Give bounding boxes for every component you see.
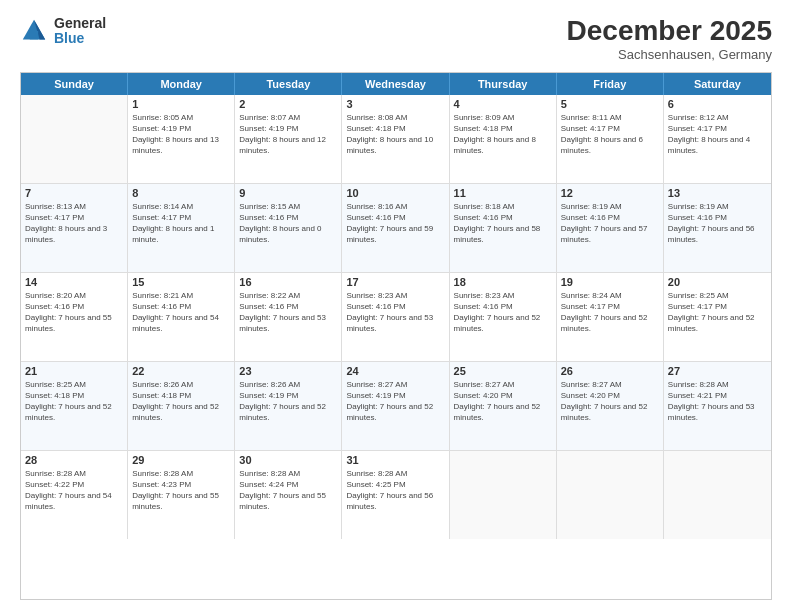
calendar-day-7: 7Sunrise: 8:13 AMSunset: 4:17 PMDaylight… xyxy=(21,184,128,272)
day-number-13: 13 xyxy=(668,187,767,199)
day-number-21: 21 xyxy=(25,365,123,377)
calendar-day-21: 21Sunrise: 8:25 AMSunset: 4:18 PMDayligh… xyxy=(21,362,128,450)
day-number-15: 15 xyxy=(132,276,230,288)
day-info-6: Sunrise: 8:12 AMSunset: 4:17 PMDaylight:… xyxy=(668,112,767,157)
day-number-26: 26 xyxy=(561,365,659,377)
calendar-week-3: 14Sunrise: 8:20 AMSunset: 4:16 PMDayligh… xyxy=(21,272,771,361)
calendar-day-14: 14Sunrise: 8:20 AMSunset: 4:16 PMDayligh… xyxy=(21,273,128,361)
day-number-4: 4 xyxy=(454,98,552,110)
month-title: December 2025 xyxy=(567,16,772,47)
calendar-day-29: 29Sunrise: 8:28 AMSunset: 4:23 PMDayligh… xyxy=(128,451,235,539)
calendar-day-9: 9Sunrise: 8:15 AMSunset: 4:16 PMDaylight… xyxy=(235,184,342,272)
day-info-26: Sunrise: 8:27 AMSunset: 4:20 PMDaylight:… xyxy=(561,379,659,424)
calendar-day-11: 11Sunrise: 8:18 AMSunset: 4:16 PMDayligh… xyxy=(450,184,557,272)
header: General Blue December 2025 Sachsenhausen… xyxy=(20,16,772,62)
calendar-day-16: 16Sunrise: 8:22 AMSunset: 4:16 PMDayligh… xyxy=(235,273,342,361)
calendar-day-23: 23Sunrise: 8:26 AMSunset: 4:19 PMDayligh… xyxy=(235,362,342,450)
day-number-11: 11 xyxy=(454,187,552,199)
day-info-18: Sunrise: 8:23 AMSunset: 4:16 PMDaylight:… xyxy=(454,290,552,335)
day-info-9: Sunrise: 8:15 AMSunset: 4:16 PMDaylight:… xyxy=(239,201,337,246)
calendar-day-28: 28Sunrise: 8:28 AMSunset: 4:22 PMDayligh… xyxy=(21,451,128,539)
day-info-25: Sunrise: 8:27 AMSunset: 4:20 PMDaylight:… xyxy=(454,379,552,424)
day-info-10: Sunrise: 8:16 AMSunset: 4:16 PMDaylight:… xyxy=(346,201,444,246)
weekday-header-wednesday: Wednesday xyxy=(342,73,449,95)
day-number-29: 29 xyxy=(132,454,230,466)
day-number-20: 20 xyxy=(668,276,767,288)
day-info-7: Sunrise: 8:13 AMSunset: 4:17 PMDaylight:… xyxy=(25,201,123,246)
day-info-31: Sunrise: 8:28 AMSunset: 4:25 PMDaylight:… xyxy=(346,468,444,513)
day-number-1: 1 xyxy=(132,98,230,110)
logo-blue-label: Blue xyxy=(54,31,106,46)
day-number-6: 6 xyxy=(668,98,767,110)
day-number-8: 8 xyxy=(132,187,230,199)
calendar-day-empty xyxy=(557,451,664,539)
logo-text: General Blue xyxy=(54,16,106,47)
day-number-9: 9 xyxy=(239,187,337,199)
calendar-day-22: 22Sunrise: 8:26 AMSunset: 4:18 PMDayligh… xyxy=(128,362,235,450)
day-info-15: Sunrise: 8:21 AMSunset: 4:16 PMDaylight:… xyxy=(132,290,230,335)
logo-general-label: General xyxy=(54,16,106,31)
calendar-day-15: 15Sunrise: 8:21 AMSunset: 4:16 PMDayligh… xyxy=(128,273,235,361)
calendar-day-empty xyxy=(21,95,128,183)
day-info-1: Sunrise: 8:05 AMSunset: 4:19 PMDaylight:… xyxy=(132,112,230,157)
calendar-day-25: 25Sunrise: 8:27 AMSunset: 4:20 PMDayligh… xyxy=(450,362,557,450)
day-info-14: Sunrise: 8:20 AMSunset: 4:16 PMDaylight:… xyxy=(25,290,123,335)
day-info-28: Sunrise: 8:28 AMSunset: 4:22 PMDaylight:… xyxy=(25,468,123,513)
calendar: SundayMondayTuesdayWednesdayThursdayFrid… xyxy=(20,72,772,600)
day-number-23: 23 xyxy=(239,365,337,377)
day-number-31: 31 xyxy=(346,454,444,466)
day-info-19: Sunrise: 8:24 AMSunset: 4:17 PMDaylight:… xyxy=(561,290,659,335)
day-info-23: Sunrise: 8:26 AMSunset: 4:19 PMDaylight:… xyxy=(239,379,337,424)
day-number-7: 7 xyxy=(25,187,123,199)
weekday-header-friday: Friday xyxy=(557,73,664,95)
calendar-day-12: 12Sunrise: 8:19 AMSunset: 4:16 PMDayligh… xyxy=(557,184,664,272)
day-number-18: 18 xyxy=(454,276,552,288)
weekday-header-tuesday: Tuesday xyxy=(235,73,342,95)
calendar-day-10: 10Sunrise: 8:16 AMSunset: 4:16 PMDayligh… xyxy=(342,184,449,272)
calendar-day-6: 6Sunrise: 8:12 AMSunset: 4:17 PMDaylight… xyxy=(664,95,771,183)
calendar-day-2: 2Sunrise: 8:07 AMSunset: 4:19 PMDaylight… xyxy=(235,95,342,183)
calendar-day-24: 24Sunrise: 8:27 AMSunset: 4:19 PMDayligh… xyxy=(342,362,449,450)
calendar-day-26: 26Sunrise: 8:27 AMSunset: 4:20 PMDayligh… xyxy=(557,362,664,450)
day-number-25: 25 xyxy=(454,365,552,377)
day-number-17: 17 xyxy=(346,276,444,288)
calendar-body: 1Sunrise: 8:05 AMSunset: 4:19 PMDaylight… xyxy=(21,95,771,539)
day-info-17: Sunrise: 8:23 AMSunset: 4:16 PMDaylight:… xyxy=(346,290,444,335)
day-info-13: Sunrise: 8:19 AMSunset: 4:16 PMDaylight:… xyxy=(668,201,767,246)
calendar-day-1: 1Sunrise: 8:05 AMSunset: 4:19 PMDaylight… xyxy=(128,95,235,183)
logo: General Blue xyxy=(20,16,106,47)
calendar-week-1: 1Sunrise: 8:05 AMSunset: 4:19 PMDaylight… xyxy=(21,95,771,183)
weekday-header-monday: Monday xyxy=(128,73,235,95)
day-number-3: 3 xyxy=(346,98,444,110)
day-info-29: Sunrise: 8:28 AMSunset: 4:23 PMDaylight:… xyxy=(132,468,230,513)
day-info-5: Sunrise: 8:11 AMSunset: 4:17 PMDaylight:… xyxy=(561,112,659,157)
day-info-30: Sunrise: 8:28 AMSunset: 4:24 PMDaylight:… xyxy=(239,468,337,513)
calendar-week-2: 7Sunrise: 8:13 AMSunset: 4:17 PMDaylight… xyxy=(21,183,771,272)
calendar-day-8: 8Sunrise: 8:14 AMSunset: 4:17 PMDaylight… xyxy=(128,184,235,272)
calendar-day-17: 17Sunrise: 8:23 AMSunset: 4:16 PMDayligh… xyxy=(342,273,449,361)
calendar-day-18: 18Sunrise: 8:23 AMSunset: 4:16 PMDayligh… xyxy=(450,273,557,361)
calendar-day-20: 20Sunrise: 8:25 AMSunset: 4:17 PMDayligh… xyxy=(664,273,771,361)
title-block: December 2025 Sachsenhausen, Germany xyxy=(567,16,772,62)
calendar-day-13: 13Sunrise: 8:19 AMSunset: 4:16 PMDayligh… xyxy=(664,184,771,272)
day-number-16: 16 xyxy=(239,276,337,288)
day-number-30: 30 xyxy=(239,454,337,466)
day-number-24: 24 xyxy=(346,365,444,377)
day-info-2: Sunrise: 8:07 AMSunset: 4:19 PMDaylight:… xyxy=(239,112,337,157)
day-info-22: Sunrise: 8:26 AMSunset: 4:18 PMDaylight:… xyxy=(132,379,230,424)
calendar-day-30: 30Sunrise: 8:28 AMSunset: 4:24 PMDayligh… xyxy=(235,451,342,539)
calendar-week-5: 28Sunrise: 8:28 AMSunset: 4:22 PMDayligh… xyxy=(21,450,771,539)
calendar-day-27: 27Sunrise: 8:28 AMSunset: 4:21 PMDayligh… xyxy=(664,362,771,450)
calendar-day-31: 31Sunrise: 8:28 AMSunset: 4:25 PMDayligh… xyxy=(342,451,449,539)
day-number-28: 28 xyxy=(25,454,123,466)
day-info-24: Sunrise: 8:27 AMSunset: 4:19 PMDaylight:… xyxy=(346,379,444,424)
day-info-20: Sunrise: 8:25 AMSunset: 4:17 PMDaylight:… xyxy=(668,290,767,335)
calendar-header: SundayMondayTuesdayWednesdayThursdayFrid… xyxy=(21,73,771,95)
calendar-day-empty xyxy=(664,451,771,539)
logo-icon xyxy=(20,17,48,45)
calendar-day-19: 19Sunrise: 8:24 AMSunset: 4:17 PMDayligh… xyxy=(557,273,664,361)
day-number-12: 12 xyxy=(561,187,659,199)
calendar-day-3: 3Sunrise: 8:08 AMSunset: 4:18 PMDaylight… xyxy=(342,95,449,183)
day-info-12: Sunrise: 8:19 AMSunset: 4:16 PMDaylight:… xyxy=(561,201,659,246)
day-number-14: 14 xyxy=(25,276,123,288)
